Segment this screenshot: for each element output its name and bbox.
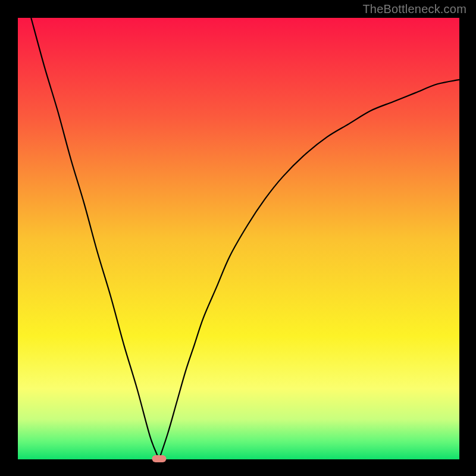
bottleneck-chart xyxy=(0,0,476,476)
plot-background xyxy=(18,18,459,459)
chart-frame: TheBottleneck.com xyxy=(0,0,476,476)
optimum-marker xyxy=(152,455,166,462)
svg-rect-0 xyxy=(152,455,166,462)
watermark-text: TheBottleneck.com xyxy=(362,2,466,16)
